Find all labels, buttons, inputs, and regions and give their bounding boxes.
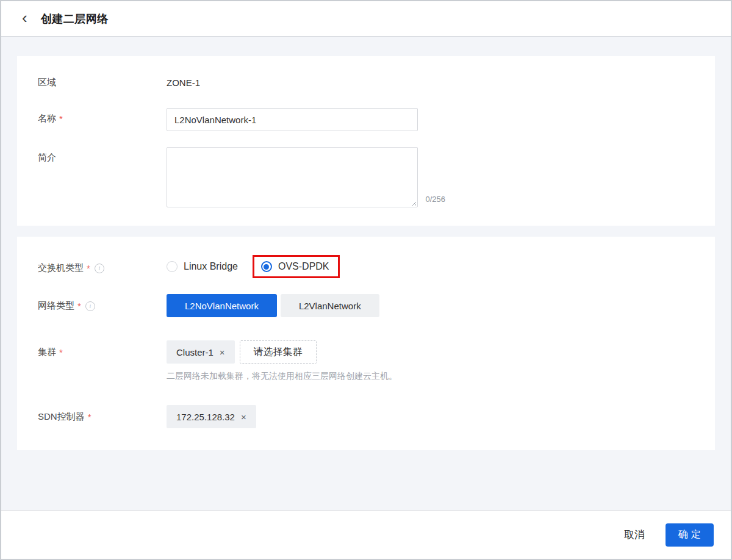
toggle-l2novlan[interactable]: L2NoVlanNetwork xyxy=(167,294,277,317)
page-header: ‹ 创建二层网络 xyxy=(1,1,731,37)
toggle-l2vlan[interactable]: L2VlanNetwork xyxy=(281,294,379,317)
name-row: 名称 * xyxy=(38,108,694,131)
create-l2-network-window: ‹ 创建二层网络 区域 ZONE-1 名称 * xyxy=(0,0,732,560)
select-cluster-button[interactable]: 请选择集群 xyxy=(240,340,317,364)
name-label: 名称 * xyxy=(38,108,167,124)
description-label: 简介 xyxy=(38,147,167,163)
zone-row: 区域 ZONE-1 xyxy=(38,77,694,88)
zone-label: 区域 xyxy=(38,77,167,88)
sdn-controller-row: SDN控制器 * 172.25.128.32 × xyxy=(38,405,694,428)
required-mark: * xyxy=(77,301,81,311)
network-type-toggle-group: L2NoVlanNetwork L2VlanNetwork xyxy=(167,294,694,317)
char-counter: 0/256 xyxy=(425,195,445,204)
page-title: 创建二层网络 xyxy=(41,12,109,26)
network-type-row: 网络类型 * i L2NoVlanNetwork L2VlanNetwork xyxy=(38,294,694,317)
basic-info-card: 区域 ZONE-1 名称 * 简介 xyxy=(17,56,715,226)
zone-value: ZONE-1 xyxy=(167,77,694,88)
remove-sdn-controller-icon[interactable]: × xyxy=(241,412,246,422)
switch-type-radio-group: Linux Bridge OVS-DPDK xyxy=(167,255,694,278)
red-highlight-box: OVS-DPDK xyxy=(253,255,340,278)
radio-unchecked-icon[interactable] xyxy=(167,261,178,272)
form-content: 区域 ZONE-1 名称 * 简介 xyxy=(1,37,731,510)
cluster-hint: 二层网络未加载集群，将无法使用相应三层网络创建云主机。 xyxy=(167,371,694,382)
cluster-row: 集群 * Cluster-1 × 请选择集群 二层网络未加载集群，将无法使用相应… xyxy=(38,340,694,382)
radio-checked-icon[interactable] xyxy=(261,261,272,272)
required-mark: * xyxy=(88,412,92,422)
name-input[interactable] xyxy=(167,108,418,131)
sdn-controller-tag: 172.25.128.32 × xyxy=(167,405,256,428)
description-row: 简介 0/256 xyxy=(38,147,694,207)
radio-ovs-dpdk[interactable]: OVS-DPDK xyxy=(261,261,329,272)
confirm-button[interactable]: 确定 xyxy=(666,523,714,547)
action-footer: 取消 确定 xyxy=(1,510,731,559)
cluster-tags: Cluster-1 × 请选择集群 xyxy=(167,340,694,364)
cluster-label: 集群 * xyxy=(38,340,167,358)
back-icon[interactable]: ‹ xyxy=(22,10,27,26)
network-settings-card: 交换机类型 * i Linux Bridge OVS-DPDK xyxy=(17,237,715,450)
network-type-label: 网络类型 * i xyxy=(38,294,167,312)
required-mark: * xyxy=(59,113,63,124)
radio-linux-bridge[interactable]: Linux Bridge xyxy=(167,255,238,278)
cluster-tag: Cluster-1 × xyxy=(167,340,235,364)
info-icon: i xyxy=(95,264,104,273)
required-mark: * xyxy=(87,263,90,273)
description-textarea[interactable] xyxy=(167,147,418,207)
cancel-button[interactable]: 取消 xyxy=(624,528,645,542)
switch-type-row: 交换机类型 * i Linux Bridge OVS-DPDK xyxy=(38,255,694,278)
sdn-controller-label: SDN控制器 * xyxy=(38,405,167,423)
required-mark: * xyxy=(59,347,63,357)
info-icon: i xyxy=(85,301,95,311)
switch-type-label: 交换机类型 * i xyxy=(38,255,167,274)
remove-cluster-icon[interactable]: × xyxy=(220,348,225,357)
